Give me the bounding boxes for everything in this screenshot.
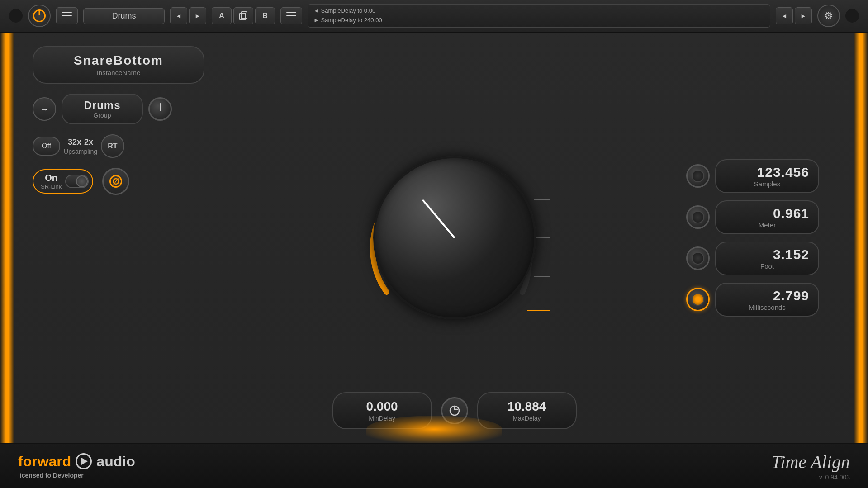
brand-name: forward audio bbox=[18, 453, 135, 470]
meter-value: 0.961 bbox=[725, 206, 809, 221]
center-area: 0.000 MinDelay 10.884 MaxDelay bbox=[227, 33, 682, 443]
instance-name-box: SnareBottom InstanceName bbox=[33, 46, 204, 84]
nav-prev-button[interactable]: ◄ bbox=[170, 7, 187, 24]
milliseconds-knob-inner bbox=[692, 293, 704, 306]
top-left-dot bbox=[9, 9, 23, 23]
foot-display: 3.152 Foot bbox=[715, 242, 819, 275]
product-name: Time Align bbox=[771, 451, 850, 473]
instance-name-sub: InstanceName bbox=[47, 69, 190, 76]
ab-b-button[interactable]: B bbox=[255, 7, 275, 24]
play-triangle bbox=[81, 458, 88, 465]
brand-play-icon bbox=[76, 453, 92, 469]
menu-line bbox=[286, 15, 296, 16]
samples-knob-inner bbox=[692, 170, 704, 182]
milliseconds-row: 2.799 Milliseconds bbox=[686, 283, 844, 317]
group-name-main: Drums bbox=[75, 99, 129, 112]
group-name-box: Drums Group bbox=[62, 94, 143, 124]
brand-licensed: licensed to Developer bbox=[18, 472, 135, 479]
power-icon bbox=[33, 9, 46, 22]
nav-arrows: ◄ ► bbox=[170, 7, 206, 24]
samples-row: 123.456 Samples bbox=[686, 159, 844, 193]
menu-button[interactable] bbox=[56, 7, 78, 24]
instance-name-main: SnareBottom bbox=[47, 53, 190, 68]
phase-icon bbox=[109, 175, 122, 188]
samples-knob[interactable] bbox=[686, 164, 710, 188]
undo-area: ◄ SampleDelay to 0.00 ► SampleDelay to 2… bbox=[308, 4, 770, 28]
app-container: Drums ◄ ► A B ◄ SampleDelay to 0.00 ► Sa… bbox=[0, 0, 868, 488]
version-text: v. 0.94.003 bbox=[771, 474, 850, 481]
srlink-row: On SR-Link bbox=[33, 168, 218, 195]
upsampling-2x: 2x bbox=[84, 137, 93, 147]
rt-button[interactable]: RT bbox=[101, 134, 124, 158]
meter-display: 0.961 Meter bbox=[715, 200, 819, 234]
main-knob-body bbox=[373, 156, 536, 319]
main-knob-container[interactable] bbox=[360, 143, 550, 333]
menu-line bbox=[62, 19, 72, 19]
brand-right: Time Align v. 0.94.003 bbox=[771, 451, 850, 481]
presets-menu-button[interactable] bbox=[280, 7, 302, 24]
upsampling-label: Upsampling bbox=[64, 148, 97, 155]
samples-display: 123.456 Samples bbox=[715, 159, 819, 193]
srlink-label-group: On SR-Link bbox=[41, 173, 62, 190]
ab-copy-button[interactable] bbox=[233, 7, 253, 24]
main-content: SnareBottom InstanceName → Drums Group O… bbox=[0, 33, 868, 443]
phase-button[interactable] bbox=[102, 168, 129, 195]
upsampling-off-button[interactable]: Off bbox=[33, 137, 60, 156]
gear-icon: ⚙ bbox=[824, 10, 833, 22]
min-delay-value: 0.000 bbox=[351, 399, 413, 414]
upsampling-values: 32x 2x Upsampling bbox=[64, 137, 97, 155]
upsampling-32x: 32x bbox=[68, 137, 81, 147]
menu-line bbox=[286, 12, 296, 13]
upsampling-nums: 32x 2x bbox=[68, 137, 93, 147]
menu-line bbox=[62, 12, 72, 13]
ab-a-button[interactable]: A bbox=[212, 7, 232, 24]
meter-unit: Meter bbox=[725, 221, 809, 229]
right-side-bump bbox=[854, 33, 868, 443]
group-name-sub: Group bbox=[75, 112, 129, 119]
settings-button[interactable]: ⚙ bbox=[817, 5, 840, 27]
upsampling-row: Off 32x 2x Upsampling RT bbox=[33, 134, 218, 158]
reset-icon bbox=[448, 404, 461, 417]
undo-line1: ◄ SampleDelay to 0.00 bbox=[313, 6, 764, 16]
ab-group: A B bbox=[212, 7, 275, 24]
foot-unit: Foot bbox=[725, 262, 809, 270]
toggle-knob bbox=[76, 175, 88, 187]
max-delay-value: 10.884 bbox=[496, 399, 558, 414]
nav-next-button[interactable]: ► bbox=[189, 7, 206, 24]
power-button[interactable] bbox=[28, 5, 51, 27]
brand-left: forward audio licensed to Developer bbox=[18, 453, 135, 479]
undo-prev-button[interactable]: ◄ bbox=[776, 7, 793, 24]
foot-row: 3.152 Foot bbox=[686, 242, 844, 275]
knob-indicator-line bbox=[422, 199, 455, 238]
foot-knob-inner bbox=[692, 252, 704, 265]
srlink-sub-label: SR-Link bbox=[41, 183, 62, 190]
max-delay-label: MaxDelay bbox=[496, 415, 558, 422]
foot-knob[interactable] bbox=[686, 246, 710, 270]
meter-knob[interactable] bbox=[686, 205, 710, 229]
undo-nav-arrows: ◄ ► bbox=[776, 7, 812, 24]
undo-next-button[interactable]: ► bbox=[795, 7, 812, 24]
copy-icon bbox=[238, 11, 248, 21]
left-side-bump bbox=[0, 33, 14, 443]
milliseconds-knob[interactable] bbox=[686, 288, 710, 311]
group-row: → Drums Group bbox=[33, 94, 218, 124]
bottom-center-glow bbox=[366, 416, 502, 443]
meter-row: 0.961 Meter bbox=[686, 200, 844, 234]
bottom-bar: forward audio licensed to Developer Time… bbox=[0, 443, 868, 488]
top-right-dot bbox=[845, 9, 859, 23]
srlink-switch[interactable] bbox=[65, 175, 89, 188]
meter-knob-inner bbox=[692, 211, 704, 223]
samples-value: 123.456 bbox=[725, 165, 809, 180]
group-arrow-button[interactable]: → bbox=[33, 97, 56, 121]
milliseconds-display: 2.799 Milliseconds bbox=[715, 283, 819, 317]
menu-line bbox=[62, 15, 72, 16]
right-panel: 123.456 Samples 0.961 Meter bbox=[682, 33, 854, 443]
srlink-toggle[interactable]: On SR-Link bbox=[33, 169, 93, 194]
undo-line2: ► SampleDelay to 240.00 bbox=[313, 16, 764, 25]
samples-unit: Samples bbox=[725, 180, 809, 188]
brand-audio-text: audio bbox=[96, 453, 135, 470]
preset-name: Drums bbox=[83, 8, 165, 24]
group-knob[interactable] bbox=[148, 97, 172, 121]
brand-forward-text: forward bbox=[18, 453, 71, 470]
milliseconds-unit: Milliseconds bbox=[725, 303, 809, 311]
